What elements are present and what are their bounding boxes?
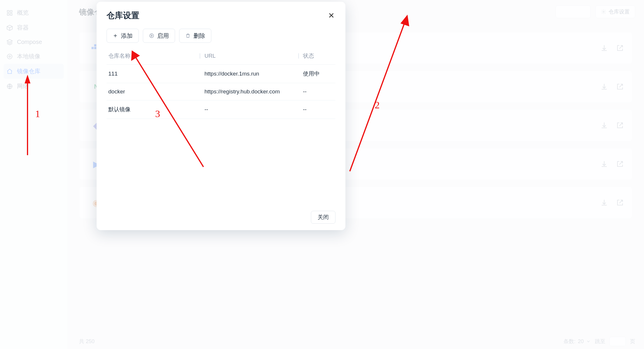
close-icon[interactable]: ✕ [327,11,335,20]
cell-name: 默认镜像 [107,100,203,119]
enable-button-label: 启用 [157,32,169,40]
cell-status: -- [301,83,335,100]
close-button[interactable]: 关闭 [311,211,335,224]
cell-status: -- [301,100,335,119]
col-status: 状态 [301,49,335,65]
repo-settings-modal: 仓库设置 ✕ 添加 启用 删除 仓库名称 URL 状态 111 https [97,2,345,230]
cell-url: -- [203,100,301,119]
col-url: URL [203,49,301,65]
cell-url: https://docker.1ms.run [203,65,301,83]
svg-point-12 [150,34,154,38]
play-circle-icon [149,33,154,38]
modal-title: 仓库设置 [107,10,139,21]
enable-button[interactable]: 启用 [143,29,175,43]
plus-icon [113,33,118,38]
repo-table: 仓库名称 URL 状态 111 https://docker.1ms.run 使… [107,49,335,119]
col-name: 仓库名称 [107,49,203,65]
trash-icon [185,33,191,38]
cell-status: 使用中 [301,65,335,83]
cell-name: 111 [107,65,203,83]
add-button-label: 添加 [121,32,133,40]
delete-button[interactable]: 删除 [179,29,211,43]
cell-name: docker [107,83,203,100]
cell-url: https://registry.hub.docker.com [203,83,301,100]
table-row[interactable]: 默认镜像 -- -- [107,100,335,119]
delete-button-label: 删除 [193,32,205,40]
table-row[interactable]: docker https://registry.hub.docker.com -… [107,83,335,100]
add-button[interactable]: 添加 [107,29,139,43]
table-row[interactable]: 111 https://docker.1ms.run 使用中 [107,65,335,83]
